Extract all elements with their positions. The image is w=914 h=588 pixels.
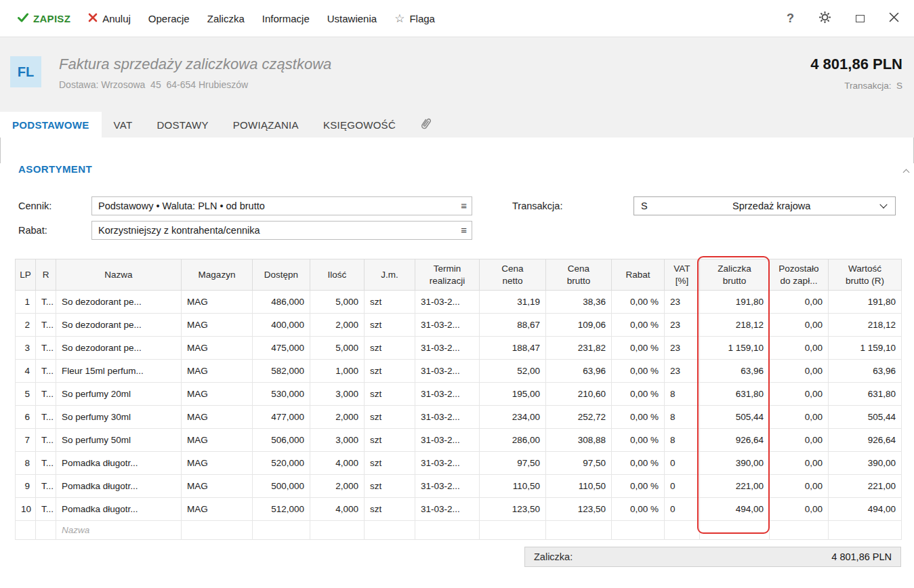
item-cell[interactable]: T... [36, 475, 56, 498]
item-cell[interactable] [770, 521, 829, 540]
item-row[interactable]: 7T...So perfumy 50mlMAG506,0003,000szt31… [16, 429, 902, 452]
item-cell[interactable] [700, 521, 770, 540]
item-cell[interactable]: 2 [16, 314, 36, 337]
item-row[interactable]: 3T...So dezodorant pe...MAG475,0005,000s… [16, 337, 902, 360]
item-cell[interactable]: 477,000 [253, 406, 310, 429]
column-header[interactable]: R [36, 259, 56, 291]
item-cell[interactable]: So perfumy 20ml [56, 383, 182, 406]
column-header[interactable]: J.m. [365, 259, 415, 291]
item-cell[interactable]: 1 159,10 [700, 337, 770, 360]
item-cell[interactable]: 188,47 [480, 337, 546, 360]
item-cell[interactable]: 191,80 [700, 291, 770, 314]
item-cell[interactable]: 31-03-2... [415, 498, 480, 521]
item-row[interactable]: 6T...So perfumy 30mlMAG477,0002,000szt31… [16, 406, 902, 429]
flag-button[interactable]: ☆ Flaga [388, 9, 442, 28]
item-cell[interactable]: szt [365, 383, 415, 406]
item-cell[interactable]: 31,19 [480, 291, 546, 314]
column-header[interactable]: Rabat [612, 259, 665, 291]
item-cell[interactable]: 505,44 [700, 406, 770, 429]
item-cell[interactable]: 530,000 [253, 383, 310, 406]
column-header[interactable]: Cena netto [480, 259, 546, 291]
cennik-input[interactable] [91, 196, 472, 215]
item-cell[interactable]: Fleur 15ml perfum... [56, 360, 182, 383]
item-cell[interactable]: 31-03-2... [415, 337, 480, 360]
item-cell[interactable]: MAG [182, 406, 253, 429]
item-cell[interactable]: 2,000 [310, 406, 365, 429]
item-cell[interactable]: 520,000 [253, 452, 310, 475]
item-cell[interactable]: 3,000 [310, 383, 365, 406]
item-cell[interactable] [480, 521, 546, 540]
item-cell[interactable]: 631,80 [829, 383, 902, 406]
settings-button[interactable] [818, 11, 831, 26]
transakcja-select[interactable]: S Sprzedaż krajowa [633, 196, 896, 215]
item-cell[interactable]: 31-03-2... [415, 383, 480, 406]
item-cell[interactable]: Pomadka długotr... [56, 452, 182, 475]
item-cell[interactable]: szt [365, 314, 415, 337]
column-header[interactable]: VAT [%] [665, 259, 700, 291]
item-cell[interactable]: 23 [665, 291, 700, 314]
item-cell[interactable]: 110,50 [480, 475, 546, 498]
item-cell[interactable]: 0,00 % [612, 291, 665, 314]
column-header[interactable]: LP [16, 259, 36, 291]
item-cell[interactable] [665, 521, 700, 540]
tab-podstawowe[interactable]: PODSTAWOWE [0, 112, 102, 138]
item-cell[interactable]: 31-03-2... [415, 291, 480, 314]
item-cell[interactable]: 308,88 [546, 429, 612, 452]
item-cell[interactable]: 0,00 [770, 291, 829, 314]
item-cell[interactable]: 4,000 [310, 452, 365, 475]
item-cell[interactable] [829, 521, 902, 540]
item-cell[interactable]: 5,000 [310, 337, 365, 360]
item-cell[interactable]: T... [36, 452, 56, 475]
item-cell[interactable]: MAG [182, 498, 253, 521]
item-cell[interactable]: 505,44 [829, 406, 902, 429]
item-row[interactable]: 5T...So perfumy 20mlMAG530,0003,000szt31… [16, 383, 902, 406]
item-cell[interactable]: 0,00 % [612, 337, 665, 360]
item-cell[interactable]: 1,000 [310, 360, 365, 383]
item-cell[interactable]: 8 [16, 452, 36, 475]
help-button[interactable]: ? [787, 12, 794, 26]
item-cell[interactable]: 191,80 [829, 291, 902, 314]
tab-vat[interactable]: VAT [102, 112, 145, 138]
item-cell[interactable]: szt [365, 337, 415, 360]
item-cell[interactable]: MAG [182, 383, 253, 406]
item-cell[interactable]: 221,00 [700, 475, 770, 498]
item-cell[interactable]: 97,50 [480, 452, 546, 475]
item-cell[interactable]: 218,12 [700, 314, 770, 337]
item-cell[interactable]: 0,00 % [612, 383, 665, 406]
item-cell[interactable]: MAG [182, 475, 253, 498]
item-cell[interactable]: szt [365, 475, 415, 498]
item-cell[interactable]: 0,00 [770, 498, 829, 521]
column-header[interactable]: Magazyn [182, 259, 253, 291]
item-cell[interactable]: 0,00 % [612, 498, 665, 521]
new-item-row[interactable]: Nazwa [16, 521, 902, 540]
item-cell[interactable]: 5 [16, 383, 36, 406]
item-cell[interactable]: 390,00 [700, 452, 770, 475]
scroll-up-arrow[interactable] [901, 167, 911, 177]
item-cell[interactable]: 0,00 % [612, 314, 665, 337]
menu-informacje[interactable]: Informacje [255, 9, 316, 28]
item-cell[interactable]: 0,00 [770, 314, 829, 337]
item-cell[interactable]: 0,00 [770, 452, 829, 475]
item-cell[interactable]: 63,96 [546, 360, 612, 383]
item-cell[interactable]: 0,00 % [612, 475, 665, 498]
item-cell[interactable] [546, 521, 612, 540]
item-cell[interactable]: 221,00 [829, 475, 902, 498]
item-cell[interactable] [415, 521, 480, 540]
item-cell[interactable]: 926,64 [700, 429, 770, 452]
item-cell[interactable]: 3 [16, 337, 36, 360]
item-row[interactable]: 10T...Pomadka długotr...MAG512,0004,000s… [16, 498, 902, 521]
item-cell[interactable]: 23 [665, 360, 700, 383]
item-cell[interactable]: 31-03-2... [415, 360, 480, 383]
item-cell[interactable]: szt [365, 498, 415, 521]
item-cell[interactable]: MAG [182, 429, 253, 452]
item-cell[interactable]: 390,00 [829, 452, 902, 475]
item-cell[interactable]: 195,00 [480, 383, 546, 406]
item-cell[interactable]: MAG [182, 314, 253, 337]
cennik-options-icon[interactable]: ≡ [461, 201, 467, 211]
item-cell[interactable]: 0,00 % [612, 406, 665, 429]
item-cell[interactable]: 88,67 [480, 314, 546, 337]
item-cell[interactable]: 7 [16, 429, 36, 452]
tab-powiazania[interactable]: POWIĄZANIA [221, 112, 311, 138]
menu-zaliczka[interactable]: Zaliczka [201, 9, 251, 28]
maximize-button[interactable] [856, 15, 865, 22]
